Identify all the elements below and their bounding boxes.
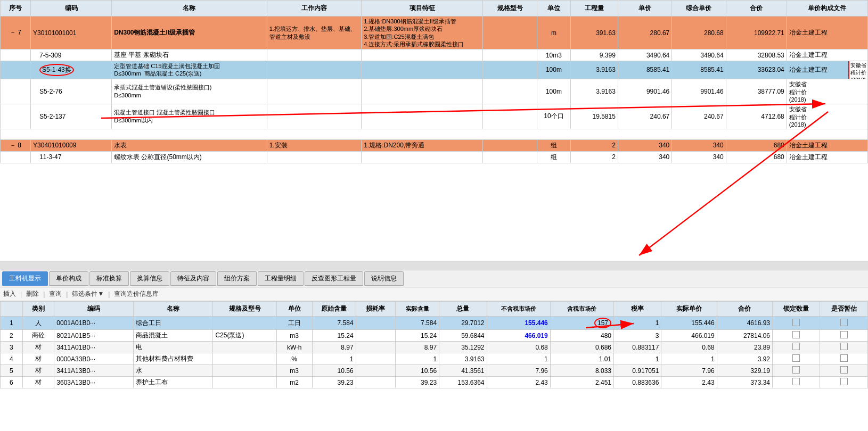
expand-icon[interactable]: － xyxy=(10,142,16,149)
bth-rate: 税率 xyxy=(613,302,661,317)
list-item[interactable]: 5 材 3411A13B0··· 水 m3 10.56 10.56 41.356… xyxy=(1,365,868,377)
cell-file: 冶金土建工程 xyxy=(787,139,867,151)
cell-work xyxy=(267,49,361,61)
cell-qty: 3.9163 xyxy=(571,61,618,79)
cell-code: 0000A33B0··· xyxy=(54,353,134,365)
cell-code: 8021A01B5··· xyxy=(54,330,134,342)
list-item[interactable]: 3 材 3411A01B0··· 电 kW·h 8.97 8.97 35.129… xyxy=(1,342,868,353)
tab-biaozhunhuansuan[interactable]: 标准换算 xyxy=(89,271,129,286)
cell-proj: 1.规格:DN200,带旁通 xyxy=(362,139,483,151)
top-table: 序号 编码 名称 工作内容 项目特征 规格型号 单位 工程量 单价 综合单价 合… xyxy=(0,0,868,163)
th-code: 编码 xyxy=(31,1,112,16)
cell-name: 承插式混凝土管道铺设(柔性脓圈接口) D≤300mm xyxy=(112,79,267,104)
th-proj: 项目特征 xyxy=(362,1,483,16)
cell-proj xyxy=(362,61,483,79)
tab-fancha[interactable]: 反查图形工程量 xyxy=(305,271,363,286)
th-unit: 单位 xyxy=(537,1,570,16)
list-item[interactable]: 4 材 0000A33B0··· 其他材料费占材料费 % 1 1 3.9163 … xyxy=(1,353,868,365)
cell-seq: － 8 xyxy=(1,139,31,151)
cell-proj xyxy=(362,151,483,163)
cell-total: 4712.68 xyxy=(726,104,787,129)
table-row[interactable]: － 7 Y30101001001 DN300钢筋混凝土II级承插管 1.挖填运方… xyxy=(1,16,868,49)
cell-no: 1 xyxy=(1,317,23,330)
th-work: 工作内容 xyxy=(267,1,361,16)
cell-orig: 8.97 xyxy=(312,342,356,353)
cell-code: Y30401010009 xyxy=(31,139,112,151)
cell-seq xyxy=(1,49,31,61)
cell-comp-price: 280.68 xyxy=(672,16,726,49)
cell-spec xyxy=(483,104,537,129)
cell-spec: C25(泵送) xyxy=(213,330,276,342)
cell-lock xyxy=(773,317,820,330)
cell-comp-price: 340 xyxy=(672,151,726,163)
cell-spec xyxy=(483,49,537,61)
query-db-button[interactable]: 查询造价信息库 xyxy=(114,289,159,299)
cell-no: 6 xyxy=(1,377,23,388)
expand-icon[interactable]: － xyxy=(10,29,16,36)
cell-real-unit: 2.43 xyxy=(661,377,717,388)
table-row[interactable]: S5-2-137 混凝土管道接口 混凝土管柔性脓圈接口 D≤300mm以内 10… xyxy=(1,104,868,129)
cell-code: 11-3-47 xyxy=(31,151,112,163)
tab-gongliaojishow[interactable]: 工料机显示 xyxy=(2,271,48,286)
cell-code-text: S5-1-43换 xyxy=(39,64,74,76)
table-row[interactable]: 7-5-309 基座 平基 浆砌块石 10m3 9.399 3490.64 34… xyxy=(1,49,868,61)
th-unit-price: 单价 xyxy=(618,1,672,16)
tab-bar: 工料机显示 单价构成 标准换算 换算信息 特征及内容 组价方案 工程量明细 反查… xyxy=(0,270,868,287)
cell-unit: m xyxy=(537,16,570,49)
query-button[interactable]: 查询 xyxy=(49,289,62,299)
cell-rate: 0.883636 xyxy=(613,377,661,388)
table-row[interactable]: S5-1-43换 定型管道基础 C15混凝土满包混凝土加固 D≤300mm 商品… xyxy=(1,61,868,79)
cell-actual: 10.56 xyxy=(396,365,439,377)
cell-rate: 0.883117 xyxy=(613,342,661,353)
cell-total: 680 xyxy=(726,139,787,151)
cell-actual: 39.23 xyxy=(396,377,439,388)
table-row[interactable]: 11-3-47 螺纹水表 公称直径(50mm以内) 组 2 340 340 68… xyxy=(1,151,868,163)
cell-code: 7-5-309 xyxy=(31,49,112,61)
cell-unit: m2 xyxy=(276,377,312,388)
cell-no: 2 xyxy=(1,330,23,342)
tab-huansuanxinxi[interactable]: 换算信息 xyxy=(130,271,169,286)
list-item[interactable]: 2 商砼 8021A01B5··· 商品混凝土 C25(泵送) m3 15.24… xyxy=(1,330,868,342)
tab-danjiagoacheng[interactable]: 单价构成 xyxy=(49,271,88,286)
tab-zujiafangan[interactable]: 组价方案 xyxy=(217,271,257,286)
tab-shuoming[interactable]: 说明信息 xyxy=(364,271,404,286)
cell-unit: 100m xyxy=(537,79,570,104)
cell-subtotal: 4616.93 xyxy=(717,317,772,330)
table-row[interactable]: － 8 Y30401010009 水表 1.安装 1.规格:DN200,带旁通 … xyxy=(1,139,868,151)
cell-orig: 39.23 xyxy=(312,377,356,388)
th-file: 单价构成文件 xyxy=(787,1,867,16)
cell-unit: 10个口 xyxy=(537,104,570,129)
tab-tezheng[interactable]: 特征及内容 xyxy=(170,271,216,286)
cell-unit-price: 9901.46 xyxy=(618,79,672,104)
delete-button[interactable]: 删除 xyxy=(26,289,39,299)
cell-subtotal: 3.92 xyxy=(717,353,772,365)
cell-type: 材 xyxy=(22,353,54,365)
list-item[interactable]: 1 人 0001A01B0··· 综合工日 工日 7.584 7.584 29.… xyxy=(1,317,868,330)
cell-work: 1.挖填运方、排水、垫层、基础、管道主材及敷设 xyxy=(267,16,361,49)
filter-button[interactable]: 筛选条件▼ xyxy=(72,289,104,299)
th-spec: 规格型号 xyxy=(483,1,537,16)
list-item[interactable]: 6 材 3603A13B0··· 养护土工布 m2 39.23 39.23 15… xyxy=(1,377,868,388)
cell-lock xyxy=(773,353,820,365)
cell-code: 3411A13B0··· xyxy=(54,365,134,377)
bth-orig: 原始含量 xyxy=(312,302,356,317)
th-comp-price: 综合单价 xyxy=(672,1,726,16)
tab-gongliang[interactable]: 工程量明细 xyxy=(258,271,304,286)
insert-button[interactable]: 插入 xyxy=(3,289,16,299)
cell-name: 水表 xyxy=(112,139,267,151)
cell-total: 680 xyxy=(726,151,787,163)
cell-spec xyxy=(213,365,276,377)
cell-unit: kW·h xyxy=(276,342,312,353)
cell-real-unit: 466.019 xyxy=(661,330,717,342)
cell-unit-price: 8585.41 xyxy=(618,61,672,79)
bth-real-unit: 实际单价 xyxy=(661,302,717,317)
cell-file: 冶金土建工程 xyxy=(787,16,867,49)
cell-subtotal: 23.89 xyxy=(717,342,772,353)
table-row[interactable]: S5-2-76 承插式混凝土管道铺设(柔性脓圈接口) D≤300mm 100m … xyxy=(1,79,868,104)
horizontal-scrollbar[interactable] xyxy=(0,261,868,270)
cell-unit-price: 340 xyxy=(618,151,672,163)
th-qty: 工程量 xyxy=(571,1,618,16)
file-box-annotation: 安徽省程计价(2018) xyxy=(848,61,868,79)
bth-type: 类别 xyxy=(22,302,54,317)
cell-name: 养护土工布 xyxy=(134,377,213,388)
